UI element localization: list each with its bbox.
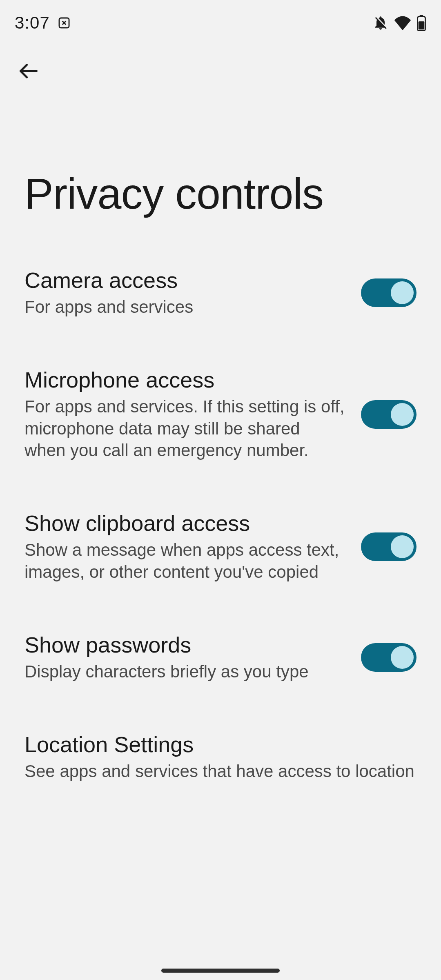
setting-row-show-passwords[interactable]: Show passwords Display characters briefl… [24, 632, 416, 732]
setting-row-show-clipboard-access[interactable]: Show clipboard access Show a message whe… [24, 510, 416, 632]
setting-subtitle: For apps and services [24, 296, 345, 318]
toggle-camera-access[interactable] [361, 278, 416, 307]
toggle-microphone-access[interactable] [361, 400, 416, 429]
setting-title: Show passwords [24, 632, 345, 657]
dnd-off-icon [372, 15, 389, 31]
status-bar-right [372, 15, 426, 31]
setting-row-microphone-access[interactable]: Microphone access For apps and services.… [24, 367, 416, 510]
battery-icon [416, 15, 426, 31]
setting-subtitle: See apps and services that have access t… [24, 760, 416, 782]
toggle-knob [391, 281, 414, 304]
setting-text: Show passwords Display characters briefl… [24, 632, 345, 683]
app-bar [0, 37, 441, 82]
back-button[interactable] [17, 60, 40, 82]
settings-list: Camera access For apps and services Micr… [0, 218, 441, 831]
toggle-knob [391, 535, 414, 558]
setting-title: Show clipboard access [24, 510, 345, 536]
nav-handle[interactable] [161, 969, 280, 973]
setting-subtitle: Show a message when apps access text, im… [24, 539, 345, 583]
toggle-show-passwords[interactable] [361, 643, 416, 672]
status-time: 3:07 [15, 13, 50, 33]
setting-subtitle: Display characters briefly as you type [24, 661, 345, 683]
setting-text: Location Settings See apps and services … [24, 732, 416, 782]
setting-row-location-settings[interactable]: Location Settings See apps and services … [24, 732, 416, 831]
setting-text: Camera access For apps and services [24, 267, 345, 318]
status-bar: 3:07 [0, 0, 441, 37]
toggle-knob [391, 403, 414, 426]
setting-title: Location Settings [24, 732, 416, 757]
toggle-knob [391, 646, 414, 669]
wifi-icon [394, 15, 412, 31]
setting-row-camera-access[interactable]: Camera access For apps and services [24, 267, 416, 367]
setting-text: Show clipboard access Show a message whe… [24, 510, 345, 583]
setting-text: Microphone access For apps and services.… [24, 367, 345, 461]
svg-rect-4 [419, 15, 423, 17]
toggle-show-clipboard-access[interactable] [361, 532, 416, 561]
page-title: Privacy controls [0, 82, 441, 218]
svg-rect-5 [419, 21, 425, 29]
arrow-left-icon [18, 60, 39, 82]
close-square-icon [57, 16, 71, 30]
setting-title: Camera access [24, 267, 345, 293]
status-bar-left: 3:07 [15, 13, 71, 33]
setting-subtitle: For apps and services. If this setting i… [24, 396, 345, 461]
setting-title: Microphone access [24, 367, 345, 392]
